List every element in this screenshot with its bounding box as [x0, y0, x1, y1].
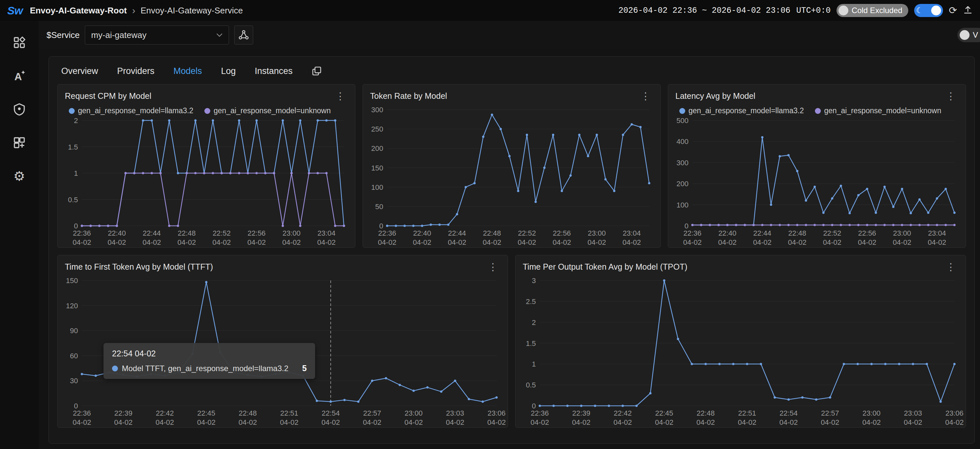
svg-text:23:00: 23:00	[404, 409, 423, 417]
svg-text:23:03: 23:03	[904, 409, 922, 417]
chart-card-latency-avg: Latency Avg by Model ⋮ gen_ai_response_m…	[668, 84, 966, 248]
breadcrumb: Envoy-AI-Gateway-Root › Envoy-AI-Gateway…	[30, 5, 243, 16]
tooltip-value: 5	[302, 363, 307, 373]
service-select[interactable]: my-ai-gateway	[85, 25, 229, 44]
ai-icon[interactable]: A	[12, 69, 27, 83]
moon-icon: ☾	[916, 6, 923, 15]
svg-text:150: 150	[66, 276, 78, 285]
tooltip-series-label: Model TTFT, gen_ai_response_model=llama3…	[122, 364, 289, 373]
svg-text:300: 300	[371, 106, 383, 114]
request-cpm-line-chart[interactable]: 00.511.5222:3604-0222:4004-0222:4404-022…	[58, 115, 355, 248]
svg-text:22:40: 22:40	[718, 229, 736, 237]
svg-text:23:04: 23:04	[317, 229, 336, 237]
svg-text:300: 300	[676, 159, 689, 167]
version-toggle-label: V	[973, 30, 978, 40]
svg-text:04-02: 04-02	[823, 238, 842, 246]
legend-item[interactable]: gen_ai_response_model=unknown	[815, 106, 941, 115]
version-toggle[interactable]: V	[958, 28, 980, 42]
svg-text:04-02: 04-02	[239, 418, 257, 427]
topology-button[interactable]	[234, 25, 253, 44]
svg-text:23:06: 23:06	[487, 409, 505, 417]
svg-text:2: 2	[532, 319, 536, 327]
svg-text:23:00: 23:00	[862, 409, 880, 417]
kebab-menu-icon[interactable]: ⋮	[638, 90, 653, 102]
svg-text:22:44: 22:44	[143, 229, 161, 237]
svg-text:1: 1	[532, 360, 536, 368]
tab-providers[interactable]: Providers	[117, 66, 154, 76]
tab-overview[interactable]: Overview	[61, 66, 98, 76]
svg-text:3: 3	[532, 276, 536, 285]
svg-text:04-02: 04-02	[738, 418, 756, 427]
svg-text:04-02: 04-02	[73, 238, 91, 246]
dark-mode-toggle[interactable]: ☾	[914, 4, 943, 17]
kebab-menu-icon[interactable]: ⋮	[333, 90, 348, 102]
legend-item[interactable]: gen_ai_response_model=llama3.2	[679, 106, 804, 115]
svg-text:04-02: 04-02	[862, 418, 881, 427]
svg-text:0.5: 0.5	[526, 381, 536, 389]
tpot-line-chart[interactable]: 00.511.522.5322:3604-0222:3904-0222:4204…	[515, 275, 966, 427]
top-bar: Sw Envoy-AI-Gateway-Root › Envoy-AI-Gate…	[0, 0, 980, 21]
chart-legend: gen_ai_response_model=llama3.2gen_ai_res…	[668, 105, 966, 115]
cold-excluded-toggle[interactable]: Cold Excluded	[837, 4, 908, 17]
svg-text:22:44: 22:44	[753, 229, 772, 237]
svg-text:22:56: 22:56	[858, 229, 876, 237]
cold-excluded-label: Cold Excluded	[852, 6, 902, 15]
chart-tooltip: 22:54 04-02 Model TTFT, gen_ai_response_…	[103, 343, 315, 379]
svg-text:22:36: 22:36	[683, 229, 701, 237]
skywalking-logo[interactable]: Sw	[7, 4, 22, 17]
svg-text:04-02: 04-02	[448, 238, 466, 246]
svg-text:04-02: 04-02	[893, 238, 911, 246]
chart-title: Time Per Output Token Avg by Model (TPOT…	[523, 262, 687, 271]
svg-text:120: 120	[66, 302, 78, 310]
svg-text:04-02: 04-02	[73, 418, 91, 427]
legend-item[interactable]: gen_ai_response_model=unknown	[204, 106, 331, 115]
chart-card-token-rate: Token Rate by Model ⋮ 050100150200250300…	[363, 84, 661, 248]
svg-text:04-02: 04-02	[404, 418, 423, 427]
svg-text:22:57: 22:57	[363, 409, 381, 417]
svg-text:23:00: 23:00	[282, 229, 301, 237]
kebab-menu-icon[interactable]: ⋮	[943, 90, 958, 102]
svg-text:04-02: 04-02	[655, 418, 673, 427]
svg-text:22:51: 22:51	[738, 409, 756, 417]
svg-text:22:52: 22:52	[213, 229, 231, 237]
breadcrumb-service[interactable]: Envoy-AI-Gateway-Service	[140, 6, 243, 16]
export-icon[interactable]	[963, 5, 973, 16]
svg-text:2.5: 2.5	[526, 297, 536, 306]
svg-text:22:36: 22:36	[378, 229, 396, 237]
dashboard-icon[interactable]	[12, 35, 27, 50]
svg-text:22:39: 22:39	[114, 409, 132, 417]
latency-avg-line-chart[interactable]: 010020030040050022:3604-0222:4004-0222:4…	[668, 115, 966, 248]
utc-offset[interactable]: UTC+0:0	[796, 6, 830, 15]
widgets-icon[interactable]	[12, 135, 27, 150]
service-variable-label: $Service	[46, 30, 80, 40]
svg-text:A: A	[14, 71, 22, 83]
legend-item[interactable]: gen_ai_response_model=llama3.2	[69, 106, 193, 115]
svg-text:04-02: 04-02	[904, 418, 922, 427]
alert-shield-icon[interactable]	[12, 102, 27, 116]
svg-text:04-02: 04-02	[945, 418, 964, 427]
top-bar-right: 2026-04-02 22:36 ~ 2026-04-02 23:06 UTC+…	[618, 4, 973, 17]
svg-text:04-02: 04-02	[588, 238, 606, 246]
tab-instances[interactable]: Instances	[255, 66, 293, 76]
kebab-menu-icon[interactable]: ⋮	[485, 261, 501, 273]
svg-text:04-02: 04-02	[572, 418, 590, 427]
breadcrumb-root[interactable]: Envoy-AI-Gateway-Root	[30, 6, 127, 16]
copy-pages-icon[interactable]	[312, 66, 322, 76]
time-range-picker[interactable]: 2026-04-02 22:36 ~ 2026-04-02 23:06	[618, 6, 791, 15]
chart-card-request-cpm: Request CPM by Model ⋮ gen_ai_response_m…	[57, 84, 355, 248]
tab-models[interactable]: Models	[173, 66, 202, 76]
svg-text:04-02: 04-02	[378, 238, 396, 246]
chart-card-tpot: Time Per Output Token Avg by Model (TPOT…	[515, 255, 966, 428]
svg-text:04-02: 04-02	[197, 418, 216, 427]
svg-text:200: 200	[676, 180, 689, 188]
settings-gear-icon[interactable]: ⚙	[12, 169, 27, 183]
kebab-menu-icon[interactable]: ⋮	[943, 261, 958, 273]
svg-text:04-02: 04-02	[446, 418, 464, 427]
tab-log[interactable]: Log	[221, 66, 236, 76]
service-select-value: my-ai-gateway	[91, 30, 146, 40]
chart-title: Request CPM by Model	[65, 91, 151, 101]
svg-text:200: 200	[371, 144, 383, 152]
legend-label: gen_ai_response_model=unknown	[213, 106, 331, 115]
refresh-icon[interactable]: ⟳	[949, 6, 957, 15]
token-rate-line-chart[interactable]: 05010015020025030022:3604-0222:4004-0222…	[363, 105, 660, 248]
